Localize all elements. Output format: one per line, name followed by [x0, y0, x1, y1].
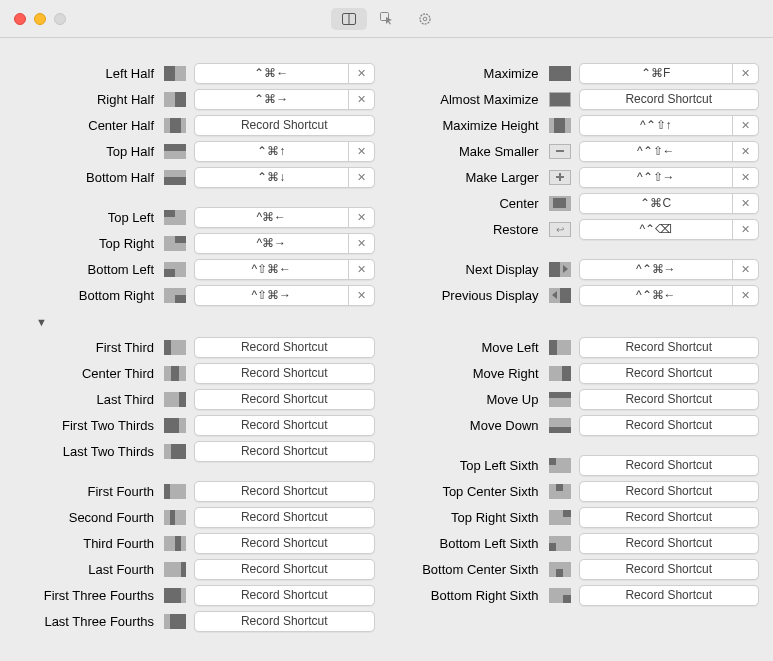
- shortcut-field[interactable]: Record Shortcut: [194, 481, 375, 502]
- shortcut-field[interactable]: ^⌃⇧↑✕: [579, 115, 760, 136]
- clear-shortcut-button[interactable]: ✕: [348, 90, 374, 109]
- shortcut-field[interactable]: Record Shortcut: [194, 363, 375, 384]
- tab-settings[interactable]: [407, 8, 443, 30]
- clear-shortcut-button[interactable]: ✕: [348, 168, 374, 187]
- shortcut-field[interactable]: Record Shortcut: [579, 481, 760, 502]
- clear-shortcut-button[interactable]: ✕: [348, 208, 374, 227]
- zoom-window-button: [54, 13, 66, 25]
- shortcut-field[interactable]: Record Shortcut: [194, 559, 375, 580]
- clear-shortcut-button[interactable]: ✕: [732, 168, 758, 187]
- shortcut-field[interactable]: Record Shortcut: [579, 559, 760, 580]
- shortcut-value: ⌃⌘C: [580, 196, 733, 210]
- shortcut-field[interactable]: Record Shortcut: [579, 337, 760, 358]
- label-top-left-sixth: Top Left Sixth: [399, 458, 549, 473]
- shortcut-value: ^⌃⇧←: [580, 144, 733, 158]
- label-make-smaller: Make Smaller: [399, 144, 549, 159]
- shortcut-field[interactable]: Record Shortcut: [194, 337, 375, 358]
- window-shape-icon: [164, 588, 186, 603]
- shortcut-field[interactable]: ^⌃⌘←✕: [579, 285, 760, 306]
- shortcut-field[interactable]: ⌃⌘↑✕: [194, 141, 375, 162]
- label-last-three-fourths: Last Three Fourths: [14, 614, 164, 629]
- shortcut-value: ^⌃⌘←: [580, 288, 733, 302]
- shortcut-field[interactable]: Record Shortcut: [579, 533, 760, 554]
- shortcut-field[interactable]: Record Shortcut: [579, 389, 760, 410]
- shortcut-field[interactable]: ^⌃⇧→✕: [579, 167, 760, 188]
- window-shape-icon: [549, 536, 571, 551]
- shortcut-value: Record Shortcut: [195, 366, 374, 380]
- shortcut-field[interactable]: ⌃⌘←✕: [194, 63, 375, 84]
- shortcut-field[interactable]: ⌃⌘F✕: [579, 63, 760, 84]
- window-shape-icon: [164, 170, 186, 185]
- shortcut-field[interactable]: Record Shortcut: [194, 507, 375, 528]
- label-center-half: Center Half: [14, 118, 164, 133]
- shortcut-field[interactable]: ^⇧⌘→✕: [194, 285, 375, 306]
- content: Left Half⌃⌘←✕Right Half⌃⌘→✕Center HalfRe…: [0, 38, 773, 634]
- shortcut-value: ^⇧⌘←: [195, 262, 348, 276]
- row-center-third: Center ThirdRecord Shortcut: [14, 360, 375, 386]
- row-center: Center⌃⌘C✕: [399, 190, 760, 216]
- clear-shortcut-button[interactable]: ✕: [732, 142, 758, 161]
- shortcut-field[interactable]: Record Shortcut: [194, 585, 375, 606]
- row-top-half: Top Half⌃⌘↑✕: [14, 138, 375, 164]
- disclosure-toggle[interactable]: ▼: [14, 308, 759, 334]
- row-move-right: Move RightRecord Shortcut: [399, 360, 760, 386]
- shortcut-field[interactable]: Record Shortcut: [579, 415, 760, 436]
- tab-snap[interactable]: [369, 8, 405, 30]
- label-top-left: Top Left: [14, 210, 164, 225]
- shortcut-field[interactable]: Record Shortcut: [579, 507, 760, 528]
- shortcut-field[interactable]: Record Shortcut: [194, 533, 375, 554]
- clear-shortcut-button[interactable]: ✕: [732, 116, 758, 135]
- minimize-window-button[interactable]: [34, 13, 46, 25]
- clear-shortcut-button[interactable]: ✕: [732, 220, 758, 239]
- shortcut-field[interactable]: ^⌘←✕: [194, 207, 375, 228]
- label-almost-maximize: Almost Maximize: [399, 92, 549, 107]
- shortcut-field[interactable]: ^⌃⌫✕: [579, 219, 760, 240]
- shortcut-field[interactable]: Record Shortcut: [194, 115, 375, 136]
- shortcut-value: Record Shortcut: [580, 484, 759, 498]
- clear-shortcut-button[interactable]: ✕: [732, 64, 758, 83]
- shortcut-value: Record Shortcut: [580, 458, 759, 472]
- shortcut-field[interactable]: ^⇧⌘←✕: [194, 259, 375, 280]
- window-shape-icon: [164, 144, 186, 159]
- clear-shortcut-button[interactable]: ✕: [732, 194, 758, 213]
- shortcut-value: ⌃⌘↑: [195, 144, 348, 158]
- shortcut-field[interactable]: Record Shortcut: [579, 363, 760, 384]
- shortcut-field[interactable]: Record Shortcut: [579, 455, 760, 476]
- clear-shortcut-button[interactable]: ✕: [348, 286, 374, 305]
- close-window-button[interactable]: [14, 13, 26, 25]
- label-top-right-sixth: Top Right Sixth: [399, 510, 549, 525]
- shortcut-field[interactable]: Record Shortcut: [194, 611, 375, 632]
- clear-shortcut-button[interactable]: ✕: [348, 260, 374, 279]
- window-shape-icon: [164, 66, 186, 81]
- label-top-right: Top Right: [14, 236, 164, 251]
- label-last-third: Last Third: [14, 392, 164, 407]
- shortcut-field[interactable]: ^⌃⇧←✕: [579, 141, 760, 162]
- shortcut-field[interactable]: Record Shortcut: [579, 585, 760, 606]
- shortcut-field[interactable]: Record Shortcut: [579, 89, 760, 110]
- row-left-half: Left Half⌃⌘←✕: [14, 60, 375, 86]
- clear-shortcut-button[interactable]: ✕: [348, 234, 374, 253]
- shortcut-value: Record Shortcut: [195, 536, 374, 550]
- shortcut-value: Record Shortcut: [580, 562, 759, 576]
- row-first-two-thirds: First Two ThirdsRecord Shortcut: [14, 412, 375, 438]
- clear-shortcut-button[interactable]: ✕: [732, 260, 758, 279]
- shortcut-field[interactable]: ⌃⌘↓✕: [194, 167, 375, 188]
- shortcut-field[interactable]: Record Shortcut: [194, 415, 375, 436]
- shortcut-value: Record Shortcut: [580, 340, 759, 354]
- window-shape-icon: [549, 392, 571, 407]
- shortcut-field[interactable]: Record Shortcut: [194, 389, 375, 410]
- shortcut-field[interactable]: ^⌃⌘→✕: [579, 259, 760, 280]
- shortcut-field[interactable]: ⌃⌘C✕: [579, 193, 760, 214]
- clear-shortcut-button[interactable]: ✕: [732, 286, 758, 305]
- clear-shortcut-button[interactable]: ✕: [348, 142, 374, 161]
- window-shape-icon: [164, 484, 186, 499]
- clear-shortcut-button[interactable]: ✕: [348, 64, 374, 83]
- shortcut-field[interactable]: ⌃⌘→✕: [194, 89, 375, 110]
- label-bottom-left-sixth: Bottom Left Sixth: [399, 536, 549, 551]
- window-shape-icon: [549, 262, 571, 277]
- tab-layout[interactable]: [331, 8, 367, 30]
- label-center: Center: [399, 196, 549, 211]
- shortcut-field[interactable]: Record Shortcut: [194, 441, 375, 462]
- shortcut-field[interactable]: ^⌘→✕: [194, 233, 375, 254]
- row-next-display: Next Display^⌃⌘→✕: [399, 256, 760, 282]
